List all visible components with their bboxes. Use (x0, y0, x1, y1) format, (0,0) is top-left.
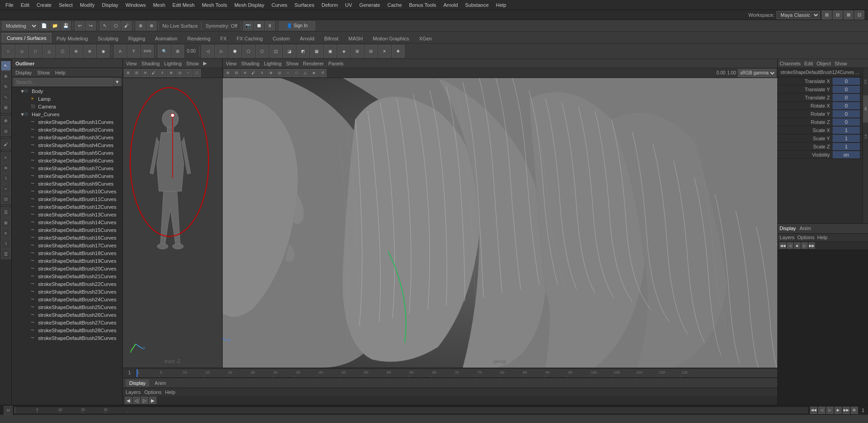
shelf-icon-20[interactable]: ◩ (297, 45, 309, 58)
tree-item-curve-21[interactable]: 〜 strokeShapeDefaultBrush18Curves (12, 249, 122, 257)
vp-front-btn-7[interactable]: ◎ (176, 69, 184, 77)
vp-front-btn-5[interactable]: ≡ (158, 69, 166, 77)
tool-graph[interactable]: ⌇ (1, 239, 11, 249)
vp-persp-btn-8[interactable]: ○ (284, 69, 292, 77)
vp-front-btn-4[interactable]: 🖌 (150, 69, 158, 77)
bottom-help-tab[interactable]: Help (165, 389, 176, 395)
vp-front-btn-2[interactable]: ⊟ (132, 69, 141, 77)
shelf-icon-14[interactable]: ▷ (215, 45, 228, 58)
vp-persp-btn-10[interactable]: △ (301, 69, 309, 77)
tb-select[interactable]: ↖ (100, 21, 110, 30)
vp-front-lighting[interactable]: Lighting (163, 61, 183, 66)
vp-front-expand[interactable]: ▶ (202, 60, 208, 66)
right-tab-attributes[interactable]: At (863, 95, 868, 123)
vp-persp-btn-4[interactable]: 🖌 (249, 69, 258, 77)
layer-next-btn[interactable]: ▶ (149, 397, 156, 404)
shelf-tab-rendering[interactable]: Rendering (182, 33, 215, 43)
anim-stop-btn[interactable]: ■ (794, 242, 800, 249)
vp-front-btn-8[interactable]: ○ (184, 69, 192, 77)
vp-persp-btn-1[interactable]: ⊞ (224, 69, 232, 77)
shelf-tab-fx-caching[interactable]: FX Caching (232, 33, 268, 43)
vp-persp-lighting[interactable]: Lighting (263, 61, 283, 66)
tb-sign-in[interactable]: 👤 Sign In (279, 21, 315, 30)
tool-sculpt4[interactable]: ⌁ (1, 184, 11, 194)
shelf-icon-22[interactable]: ▣ (324, 45, 336, 58)
tool-sculpt3[interactable]: ⌇ (1, 173, 11, 183)
channel-value-7[interactable]: 1 (833, 135, 860, 142)
status-timeline[interactable]: 5 10 15 20 (15, 407, 808, 413)
shelf-icon-13[interactable]: ◁ (201, 45, 214, 58)
shelf-icon-9[interactable]: A (114, 45, 127, 58)
vp-persp-btn-3[interactable]: ≋ (241, 69, 249, 77)
tb-paint[interactable]: 🖌 (122, 21, 132, 30)
anim-next2-btn[interactable]: ▷ (801, 242, 808, 249)
shelf-icon-7[interactable]: ⊗ (83, 45, 96, 58)
vp-front-view[interactable]: View (125, 61, 138, 66)
shelf-tab-animation[interactable]: Animation (150, 33, 182, 43)
shelf-tab-arnold[interactable]: Arnold (295, 33, 319, 43)
search-options-btn[interactable]: ▼ (114, 79, 121, 86)
vp-persp-btn-6[interactable]: ⊕ (267, 69, 275, 77)
shelf-tab-bifrost[interactable]: Bifrost (319, 33, 343, 43)
shelf-tab-curves-surfaces[interactable]: Curves / Surfaces (2, 33, 51, 43)
tree-item-curve-8[interactable]: 〜 strokeShapeDefaultBrush5Curves (12, 149, 122, 157)
menu-surfaces[interactable]: Surfaces (291, 1, 318, 9)
vp-front-btn-1[interactable]: ⊞ (124, 69, 132, 77)
menu-arnold[interactable]: Arnold (440, 1, 462, 9)
vp-front-btn-9[interactable]: □ (193, 69, 201, 77)
channel-value-6[interactable]: 1 (833, 127, 860, 134)
bottom-layers-tab[interactable]: Layers (126, 389, 141, 395)
shelf-tab-fx[interactable]: FX (215, 33, 232, 43)
tool-sculpt5[interactable]: ⊡ (1, 194, 11, 204)
tree-item-curve-14[interactable]: 〜 strokeShapeDefaultBrush11Curves (12, 195, 122, 203)
tree-item-curve-13[interactable]: 〜 strokeShapeDefaultBrush10Curves (12, 187, 122, 195)
status-prev-btn[interactable]: ◀◀ (810, 407, 817, 414)
tree-item-curve-12[interactable]: 〜 strokeShapeDefaultBrush9Curves (12, 180, 122, 187)
outliner-menu-show[interactable]: Show (35, 70, 52, 75)
vp-persp-renderer[interactable]: Renderer (302, 61, 325, 66)
shelf-icon-svg[interactable]: SVG (141, 45, 154, 58)
tree-item-curve-26[interactable]: 〜 strokeShapeDefaultBrush23Curves (12, 288, 122, 295)
ui-icon-1[interactable]: ⊞ (822, 10, 832, 20)
vp-persp-view[interactable]: View (224, 61, 238, 66)
tree-item-camera[interactable]: ⬛ Camera (12, 103, 122, 110)
tree-item-curve-30[interactable]: 〜 strokeShapeDefaultBrush27Curves (12, 319, 122, 326)
tree-item-hair-curves[interactable]: ▼ ⬡ Hair_Curves (12, 110, 122, 118)
shelf-icon-3[interactable]: □ (29, 45, 42, 58)
shelf-icon-17[interactable]: ⬡ (256, 45, 268, 58)
vp-front-shading[interactable]: Shading (140, 61, 161, 66)
tool-rotate[interactable]: ↻ (1, 82, 11, 92)
shelf-icon-12[interactable]: ⊞ (171, 45, 184, 58)
shelf-tab-poly-modeling[interactable]: Poly Modeling (51, 33, 93, 43)
tool-scale[interactable]: ⤡ (1, 92, 11, 102)
shelf-icon-25[interactable]: ⊟ (365, 45, 377, 58)
tree-item-curve-5[interactable]: 〜 strokeShapeDefaultBrush2Curves (12, 126, 122, 133)
tree-item-curve-4[interactable]: 〜 strokeShapeDefaultBrush1Curves (12, 118, 122, 126)
tree-item-curve-28[interactable]: 〜 strokeShapeDefaultBrush25Curves (12, 303, 122, 311)
ui-icon-2[interactable]: ⊟ (833, 10, 843, 20)
channels-edit[interactable]: Edit (804, 61, 813, 66)
mode-selector[interactable]: Modeling Rigging Animation (2, 21, 38, 30)
shelf-icon-19[interactable]: ◪ (283, 45, 296, 58)
vp-persp-panels[interactable]: Panels (327, 61, 345, 66)
vp-front-btn-3[interactable]: ≋ (141, 69, 149, 77)
menu-deform[interactable]: Deform (318, 1, 341, 9)
vp-persp-btn-5[interactable]: ≡ (258, 69, 266, 77)
timeline-ruler[interactable]: 1 5 10 15 20 25 30 35 40 45 50 55 60 65 (137, 369, 777, 377)
shelf-icon-8[interactable]: ◉ (97, 45, 110, 58)
right-layers-tab[interactable]: Layers (780, 235, 795, 240)
right-anim-tab[interactable]: Anim (800, 226, 811, 231)
channel-value-1[interactable]: 0 (833, 86, 860, 93)
menu-display[interactable]: Display (98, 1, 122, 9)
shelf-tab-xgen[interactable]: XGen (414, 33, 437, 43)
outliner-search-input[interactable] (14, 78, 113, 86)
right-options-tab[interactable]: Options (797, 235, 814, 240)
shelf-icon-5[interactable]: ⬡ (56, 45, 69, 58)
tool-history[interactable]: ≡ (1, 228, 11, 238)
shelf-icon-1[interactable]: ○ (2, 45, 15, 58)
channels-object[interactable]: Object (816, 61, 831, 66)
menu-edit-mesh[interactable]: Edit Mesh (169, 1, 198, 9)
channel-value-4[interactable]: 0 (833, 110, 860, 118)
tree-item-curve-9[interactable]: 〜 strokeShapeDefaultBrush6Curves (12, 157, 122, 164)
anim-prev2-btn[interactable]: ◁ (787, 242, 793, 249)
